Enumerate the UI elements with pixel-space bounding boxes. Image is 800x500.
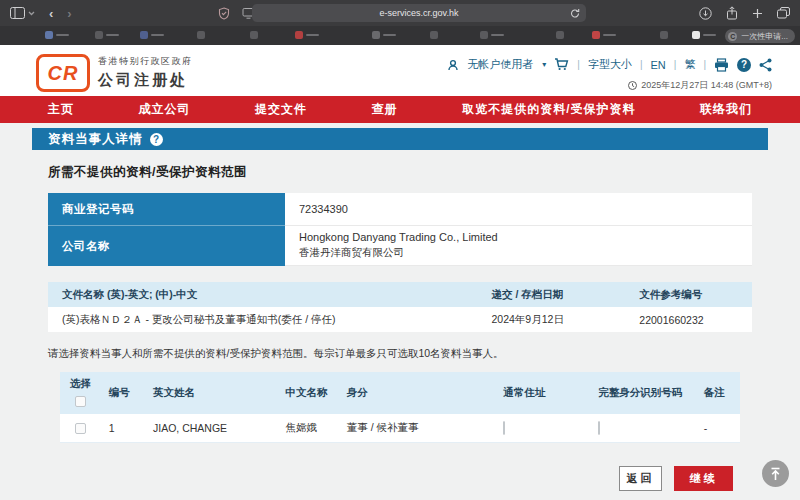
- nav-search[interactable]: 查册: [372, 101, 398, 118]
- data-subject-table-header: 选择 编号 英文姓名 中文名称 身分 通常住址 完整身分识别号码 备注: [60, 372, 740, 414]
- arrow-up-icon: [769, 467, 782, 481]
- bookmark-favicon[interactable]: [480, 31, 488, 39]
- divider: |: [703, 59, 706, 70]
- company-name-label: 公司名称: [48, 226, 285, 266]
- share-icon[interactable]: [726, 6, 738, 20]
- back-button[interactable]: 返回: [619, 466, 662, 491]
- page-title-bar: 资料当事人详情 ?: [32, 128, 768, 150]
- divider: |: [577, 59, 580, 70]
- scroll-to-top-button[interactable]: [762, 460, 789, 487]
- nav-contact[interactable]: 联络我们: [700, 101, 752, 118]
- extension-shield-icon[interactable]: [218, 7, 230, 20]
- lang-traditional[interactable]: 繁: [684, 57, 695, 72]
- pinned-tab-favicon: C: [728, 32, 737, 41]
- row-name-en: JIAO, CHANGE: [145, 422, 278, 434]
- cart-icon[interactable]: [554, 58, 569, 71]
- col-id-number: 完整身分识别号码: [590, 372, 695, 414]
- gov-line: 香港特别行政区政府: [98, 55, 193, 68]
- col-select: 选择: [70, 377, 91, 391]
- bookmark-favicon[interactable]: [140, 31, 148, 39]
- divider: |: [674, 59, 677, 70]
- downloads-icon[interactable]: [699, 7, 712, 20]
- reload-icon[interactable]: [570, 8, 580, 19]
- nav-withheld-info[interactable]: 取览不提供的资料/受保护资料: [462, 101, 635, 118]
- forward-icon[interactable]: ›: [67, 7, 71, 20]
- new-tab-icon[interactable]: [752, 8, 763, 19]
- row-remark: -: [696, 422, 740, 434]
- id-number-checkbox[interactable]: [598, 421, 600, 435]
- user-icon: [447, 59, 459, 71]
- user-menu-caret-icon: ▾: [542, 60, 546, 69]
- help-icon[interactable]: ?: [737, 58, 751, 72]
- document-table: 文件名称 (英)-英文; (中)-中文 递交 / 存档日期 文件参考编号 (英)…: [48, 282, 752, 332]
- row-select-checkbox[interactable]: [75, 423, 86, 434]
- lang-en[interactable]: EN: [651, 59, 666, 71]
- page-content: 资料当事人详情 ? 所需不提供的资料/受保护资料范围 商业登记号码 723343…: [0, 123, 800, 500]
- col-address: 通常住址: [495, 372, 590, 414]
- bookmark-favicon[interactable]: [295, 31, 303, 39]
- page-title: 资料当事人详情: [48, 131, 143, 148]
- table-row: (英)表格ＮＤ２Ａ - 更改公司秘书及董事通知书(委任 / 停任) 2024年9…: [48, 307, 752, 332]
- sidebar-icon[interactable]: [10, 7, 35, 19]
- nav-filing[interactable]: 提交文件: [255, 101, 307, 118]
- chevron-down-icon: [28, 11, 35, 16]
- nav-home[interactable]: 主页: [48, 101, 74, 118]
- divider: |: [640, 59, 643, 70]
- col-capacity: 身分: [339, 372, 495, 414]
- bookmark-favicon[interactable]: [660, 31, 668, 39]
- bookmark-favicon[interactable]: [250, 31, 258, 39]
- instruction-text: 请选择资料当事人和所需不提供的资料/受保护资料范围。每宗订单最多只可选取10名资…: [48, 347, 504, 361]
- data-subject-table: 选择 编号 英文姓名 中文名称 身分 通常住址 完整身分识别号码 备注 1 JI…: [60, 372, 740, 443]
- table-row: 商业登记号码 72334390: [48, 193, 752, 226]
- nav-incorporation[interactable]: 成立公司: [139, 101, 191, 118]
- document-table-header: 文件名称 (英)-英文; (中)-中文 递交 / 存档日期 文件参考编号: [48, 282, 752, 307]
- select-all-checkbox[interactable]: [75, 396, 86, 407]
- dept-name: 公司注册处: [98, 71, 193, 90]
- address-bar[interactable]: e-services.cr.gov.hk: [252, 4, 586, 22]
- bookmark-favicon[interactable]: [692, 31, 700, 39]
- row-capacity: 董事 / 候补董事: [339, 421, 495, 435]
- col-name-en: 英文姓名: [145, 372, 278, 414]
- table-row: 1 JIAO, CHANGE 焦嫦娥 董事 / 候补董事 -: [60, 414, 740, 443]
- bookmark-favicon[interactable]: [372, 31, 380, 39]
- url-text: e-services.cr.gov.hk: [380, 8, 459, 18]
- print-icon[interactable]: [714, 58, 729, 72]
- col-remark: 备注: [696, 372, 740, 414]
- doc-date: 2024年9月12日: [492, 313, 640, 327]
- bookmark-favicon[interactable]: [430, 31, 438, 39]
- user-menu[interactable]: 无帐户使用者: [467, 57, 533, 72]
- address-checkbox[interactable]: [503, 421, 505, 435]
- cr-logo[interactable]: CR: [36, 54, 90, 92]
- bookmark-favicon[interactable]: [197, 31, 205, 39]
- company-name-en: Hongkong Danyang Trading Co., Limited: [299, 231, 752, 243]
- share-page-icon[interactable]: [759, 58, 772, 72]
- company-info-table: 商业登记号码 72334390 公司名称 Hongkong Danyang Tr…: [48, 193, 752, 266]
- col-doc-ref: 文件参考编号: [639, 288, 752, 302]
- department-title: 香港特别行政区政府 公司注册处: [98, 55, 193, 90]
- col-doc-name: 文件名称 (英)-英文; (中)-中文: [48, 288, 492, 302]
- row-number: 1: [101, 422, 145, 434]
- clock-icon: [628, 81, 637, 90]
- back-icon[interactable]: ‹: [49, 7, 53, 20]
- pinned-tab[interactable]: C 一次性申请...: [725, 29, 795, 43]
- font-size-control[interactable]: 字型大小: [588, 57, 632, 72]
- bookmark-favicon[interactable]: [95, 31, 103, 39]
- bookmark-favicon[interactable]: [592, 31, 600, 39]
- bookmark-favicon[interactable]: [45, 31, 53, 39]
- tab-overview-icon[interactable]: [777, 7, 790, 19]
- main-nav: 主页 成立公司 提交文件 查册 取览不提供的资料/受保护资料 联络我们: [0, 96, 800, 123]
- brn-label: 商业登记号码: [48, 193, 285, 226]
- row-name-zh: 焦嫦娥: [278, 421, 339, 435]
- site-header: CR 香港特别行政区政府 公司注册处 无帐户使用者▾ | 字型大小 | EN |…: [0, 45, 800, 96]
- brn-value: 72334390: [299, 203, 752, 215]
- bookmark-favicon[interactable]: [556, 31, 564, 39]
- browser-toolbar: ‹ › e-services.cr.gov.hk: [0, 0, 800, 26]
- col-doc-date: 递交 / 存档日期: [492, 288, 640, 302]
- col-number: 编号: [101, 372, 145, 414]
- page-help-icon[interactable]: ?: [150, 133, 163, 146]
- company-name-zh: 香港丹洋商贸有限公司: [299, 246, 752, 260]
- col-name-zh: 中文名称: [278, 372, 339, 414]
- doc-name: (英)表格ＮＤ２Ａ - 更改公司秘书及董事通知书(委任 / 停任): [48, 313, 492, 327]
- section-heading: 所需不提供的资料/受保护资料范围: [48, 164, 247, 181]
- continue-button[interactable]: 继续: [674, 466, 733, 491]
